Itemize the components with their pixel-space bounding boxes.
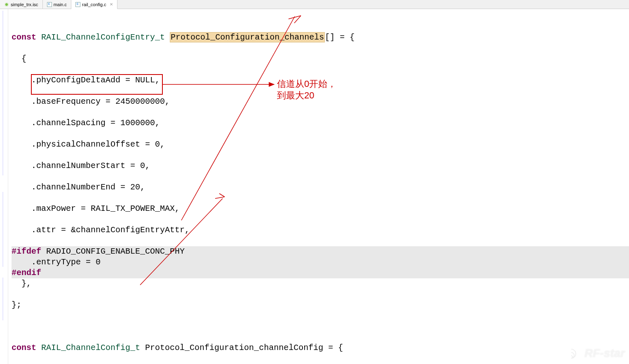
isc-icon <box>4 2 9 7</box>
code-line: { <box>12 54 629 64</box>
code-line: .physicalChannelOffset = 0, <box>12 139 629 150</box>
tab-main-c[interactable]: main.c <box>43 0 71 9</box>
code-line: .channelSpacing = 1000000, <box>12 118 629 128</box>
code-line: .channelNumberEnd = 20, <box>12 182 629 193</box>
tab-rail-config-c[interactable]: rail_config.c ✕ <box>71 0 117 9</box>
tab-label: simple_trx.isc <box>11 2 38 7</box>
editor-tabs: simple_trx.isc main.c rail_config.c ✕ <box>0 0 629 9</box>
code-line: const RAIL_ChannelConfig_t Protocol_Conf… <box>12 343 629 353</box>
code-line: }, <box>12 278 629 289</box>
close-icon[interactable]: ✕ <box>110 2 113 7</box>
gutter <box>0 9 8 364</box>
code-line: .attr = &channelConfigEntryAttr, <box>12 225 629 236</box>
code-line: .channelNumberStart = 0, <box>12 161 629 171</box>
watermark: RF-star <box>570 347 625 360</box>
c-file-icon <box>47 2 52 7</box>
tab-simple-trx[interactable]: simple_trx.isc <box>0 0 43 9</box>
code-line: .entryType = 0 <box>12 257 629 268</box>
rf-signal-icon <box>570 347 582 359</box>
c-file-icon <box>75 2 80 7</box>
highlight-identifier-1: Protocol_Configuration_channels <box>170 32 325 42</box>
tab-label: rail_config.c <box>82 2 106 7</box>
code-line: .maxPower = RAIL_TX_POWER_MAX, <box>12 203 629 214</box>
blank-line <box>12 321 629 332</box>
tab-label: main.c <box>54 2 67 7</box>
code-editor[interactable]: const RAIL_ChannelConfigEntry_t Protocol… <box>0 9 629 364</box>
code-line: }; <box>12 300 629 310</box>
annotation-box-channels <box>31 74 163 95</box>
ifdef-line: #ifdef RADIO_CONFIG_ENABLE_CONC_PHY <box>12 246 629 257</box>
annotation-text: 信道从0开始， 到最大20 <box>277 78 336 101</box>
endif-line: #endif <box>12 268 629 278</box>
code-line: const RAIL_ChannelConfigEntry_t Protocol… <box>12 32 629 43</box>
